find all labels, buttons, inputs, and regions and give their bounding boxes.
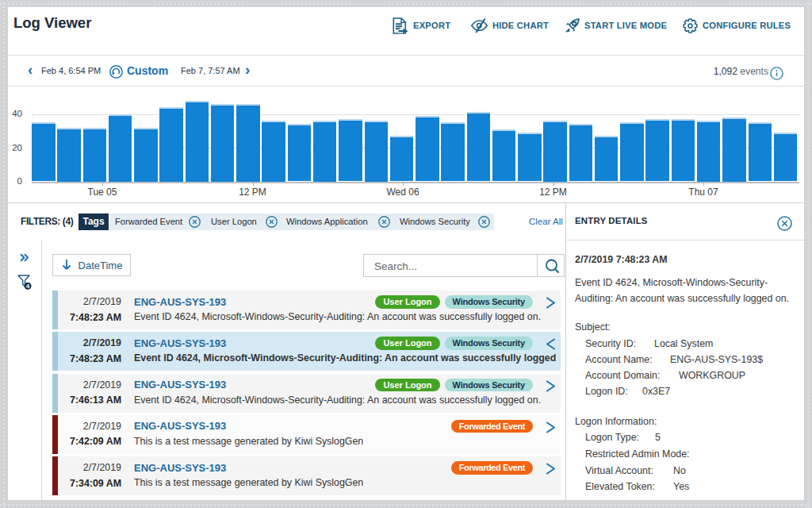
svg-text:4: 4 bbox=[26, 283, 30, 290]
